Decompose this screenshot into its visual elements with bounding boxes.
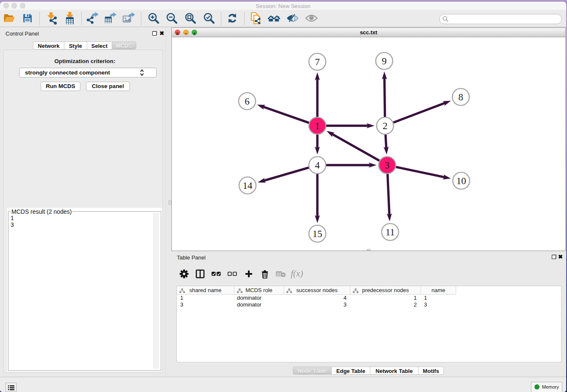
svg-text:6: 6: [245, 96, 250, 107]
svg-text:14: 14: [243, 180, 253, 191]
svg-text:15: 15: [313, 229, 322, 239]
svg-text:1: 1: [315, 121, 320, 131]
svg-text:10: 10: [457, 176, 466, 186]
svg-text:7: 7: [315, 57, 320, 67]
svg-text:3: 3: [385, 160, 390, 171]
svg-text:9: 9: [382, 56, 387, 66]
svg-text:8: 8: [458, 92, 463, 102]
svg-text:2: 2: [383, 121, 388, 131]
svg-text:11: 11: [385, 227, 395, 237]
svg-text:4: 4: [315, 160, 320, 171]
